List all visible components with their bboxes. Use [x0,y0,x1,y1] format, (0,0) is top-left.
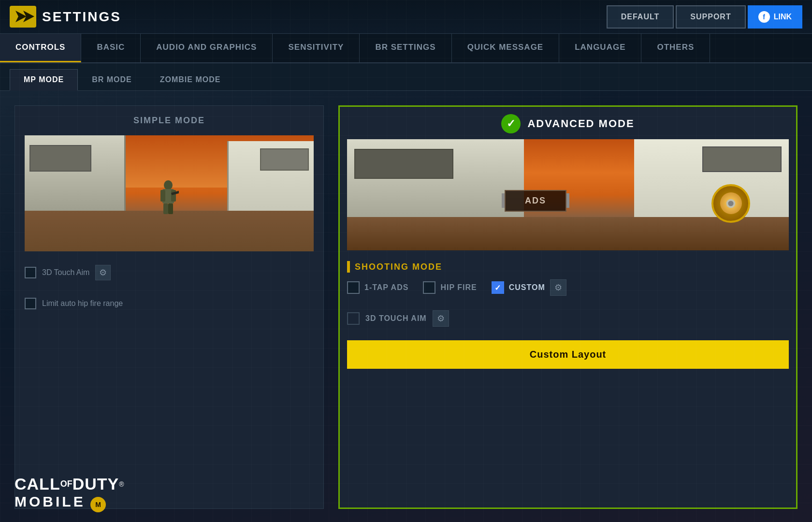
soldier-simple [158,180,179,214]
sub-tabs: MP MODE BR MODE ZOMBIE MODE [0,63,812,91]
support-button[interactable]: SUPPORT [676,5,745,29]
option-hip-fire: HIP FIRE [423,281,477,294]
fire-button-inner [720,192,742,214]
tab-audio-graphics[interactable]: AUDIO AND GRAPHICS [141,34,273,62]
1tap-ads-checkbox[interactable] [347,281,360,294]
tab-language[interactable]: LANGUAGE [559,34,641,62]
svg-rect-6 [171,190,176,202]
limit-hip-fire-checkbox[interactable] [25,298,36,309]
tab-controls[interactable]: CONTROLS [0,34,81,62]
limit-hip-fire-label: Limit auto hip fire range [42,299,123,308]
hip-fire-checkbox[interactable] [423,281,435,294]
advanced-check-icon: ✓ [501,114,521,133]
3d-touch-aim-checkbox-advanced[interactable] [347,312,360,325]
header-buttons: DEFAULT SUPPORT f LINK [607,5,802,29]
content-area: SIMPLE MODE [0,91,812,522]
svg-rect-7 [163,203,168,214]
shooting-mode-section: SHOOTING MODE 1-tap ADS HIP FIRE CUSTOM [347,256,789,301]
hip-fire-label: HIP FIRE [440,283,477,292]
subtab-zombie-mode[interactable]: ZOMBIE MODE [146,69,235,90]
simple-mode-title: SIMPLE MODE [25,116,314,126]
3d-touch-aim-gear-advanced[interactable]: ⚙ [433,310,449,327]
advanced-mode-title: ADVANCED MODE [527,117,634,130]
ads-button[interactable]: ADS [505,190,566,212]
advanced-mode-header: ✓ ADVANCED MODE [347,114,789,133]
settings-title: SETTINGS [42,9,121,25]
option-1tap-ads: 1-tap ADS [347,281,408,294]
custom-layout-button[interactable]: Custom Layout [347,340,789,369]
link-label: LINK [774,13,792,21]
custom-checkbox[interactable] [492,281,504,294]
3d-touch-aim-label-simple: 3D Touch Aim [42,268,89,277]
main-tabs: CONTROLS BASIC AUDIO AND GRAPHICS SENSIT… [0,34,812,63]
shooting-options: 1-tap ADS HIP FIRE CUSTOM ⚙ [347,279,789,296]
cod-logo-line2: MOBILE [14,493,124,512]
cod-logo-line1: CALLOFDUTY® [14,475,124,493]
advanced-game-scene: ADS [347,139,789,250]
ads-label: ADS [525,196,546,206]
custom-label: CUSTOM [509,283,545,292]
facebook-icon: f [758,11,770,23]
header: SETTINGS DEFAULT SUPPORT f LINK [0,0,812,34]
fire-button[interactable] [711,184,750,223]
default-button[interactable]: DEFAULT [607,5,674,29]
ground-simple [25,211,314,251]
advanced-mode-panel: ✓ ADVANCED MODE ADS [338,105,798,509]
1tap-ads-label: 1-tap ADS [364,283,408,292]
3d-touch-aim-row-simple: 3D Touch Aim ⚙ [25,261,314,284]
simple-mode-panel: SIMPLE MODE [14,105,324,509]
reg-text: ® [119,480,124,488]
subtab-mp-mode[interactable]: MP MODE [10,69,78,91]
3d-touch-aim-label-advanced: 3D Touch Aim [365,314,427,323]
facebook-link-button[interactable]: f LINK [748,5,802,29]
shooting-mode-title: SHOOTING MODE [355,262,442,272]
option-custom: CUSTOM ⚙ [492,279,566,296]
3d-touch-aim-checkbox-simple[interactable] [25,267,36,278]
subtab-br-mode[interactable]: BR MODE [78,69,146,90]
ground-advanced [347,217,789,250]
call-text: CALL [14,475,60,493]
advanced-mode-screenshot: ADS [347,139,789,250]
3d-touch-aim-gear-simple[interactable]: ⚙ [95,265,111,280]
tab-br-settings[interactable]: BR SETTINGS [360,34,451,62]
3d-touch-aim-row-advanced: 3D Touch Aim ⚙ [347,306,789,331]
limit-hip-fire-row: Limit auto hip fire range [25,294,314,313]
tab-others[interactable]: OTHERS [641,34,710,62]
mobile-emblem [90,497,106,512]
section-title-bar [347,261,350,273]
mobile-text: MOBILE [14,493,86,509]
tab-sensitivity[interactable]: SENSITIVITY [273,34,360,62]
svg-rect-8 [168,203,173,214]
cod-mobile-logo: CALLOFDUTY® MOBILE [14,475,124,512]
svg-point-11 [728,201,733,206]
tab-quick-message[interactable]: QUICK MESSAGE [452,34,560,62]
ads-handle-right [566,193,569,208]
settings-logo-icon [10,6,36,28]
svg-point-3 [164,180,173,190]
simple-mode-screenshot [25,135,314,251]
logo-area: SETTINGS [10,6,121,28]
simple-game-scene [25,135,314,251]
tab-basic[interactable]: BASIC [81,34,141,62]
shooting-mode-title-row: SHOOTING MODE [347,261,789,273]
duty-text: DUTY [72,475,119,493]
custom-gear-button[interactable]: ⚙ [550,279,566,296]
ads-overlay: ADS [502,190,569,212]
of-text: OF [60,479,72,489]
svg-rect-5 [160,190,165,202]
